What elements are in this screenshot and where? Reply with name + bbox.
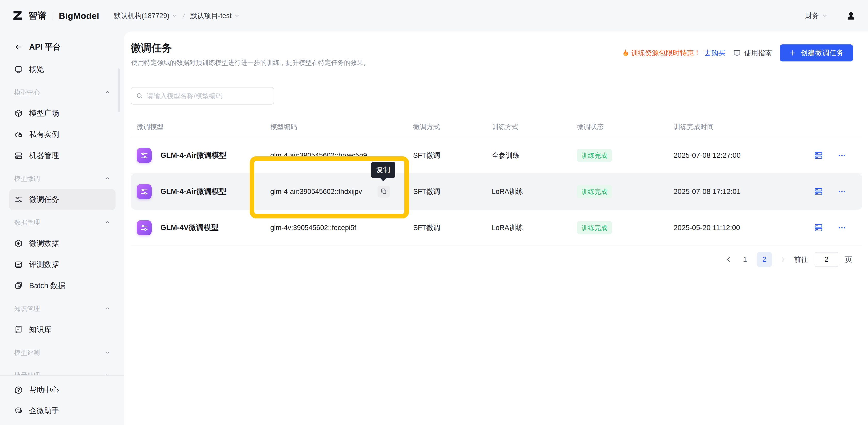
sidebar-scrollbar[interactable]	[118, 68, 120, 112]
deploy-button[interactable]	[814, 150, 824, 160]
sidebar-item[interactable]: 机器管理	[9, 145, 116, 166]
model-code: glm-4-air:390545602::fhdxijpv	[270, 188, 362, 195]
brand-name-zh: 智谱	[28, 10, 47, 22]
column-header: 训练完成时间	[674, 117, 714, 137]
create-finetune-task-label: 创建微调任务	[800, 48, 844, 58]
chevron-down-icon	[172, 13, 178, 19]
model-search-box	[131, 87, 274, 105]
sidebar-section-label: 模型评测	[14, 348, 40, 357]
sidebar-item-active[interactable]: 微调任务	[9, 189, 116, 210]
book-icon	[14, 325, 23, 334]
goto-page-input[interactable]	[815, 252, 838, 267]
monitor-icon	[14, 65, 23, 74]
more-actions-button[interactable]	[837, 223, 846, 232]
top-header: 智谱 BigModel 默认机构(187729) / 默认项目-test 财务	[0, 0, 868, 31]
model-code: glm-4-air:390545602::hrvec5g9	[270, 151, 367, 159]
training-promo[interactable]: 训练资源包限时特惠！ 去购买	[621, 48, 725, 58]
cube-icon	[14, 109, 23, 118]
training-method: 全参训练	[492, 151, 520, 160]
finish-time: 2025-07-08 12:27:00	[674, 151, 741, 160]
server-icon	[14, 151, 23, 160]
sidebar-section[interactable]: 模型中心	[14, 82, 111, 103]
sidebar-section[interactable]: 模型微调	[14, 168, 111, 189]
chevron-up-icon	[105, 89, 111, 95]
sidebar-item[interactable]: 评测数据	[9, 254, 116, 275]
sidebar-item[interactable]: Batch 数据	[9, 275, 116, 296]
ellipsis-icon	[837, 187, 846, 196]
sidebar-item-label: 帮助中心	[29, 385, 59, 395]
sidebar-section[interactable]: 批量处理	[14, 365, 111, 375]
finetune-method: SFT微调	[413, 187, 440, 196]
org-selector[interactable]: 默认机构(187729)	[114, 11, 178, 20]
status-cell: 训练完成	[577, 185, 612, 198]
table-row[interactable]: GLM-4V微调模型glm-4v:390545602::fecepi5fSFT微…	[131, 210, 862, 246]
column-header: 微调方式	[413, 117, 440, 137]
sidebar-item[interactable]: 私有实例	[9, 124, 116, 145]
finetune-method: SFT微调	[413, 151, 440, 160]
usage-guide-link[interactable]: 使用指南	[733, 48, 772, 58]
batch-icon	[14, 281, 23, 290]
page-title: 微调任务	[131, 41, 172, 55]
brand-logo[interactable]: 智谱 BigModel	[11, 9, 99, 23]
previous-page-button[interactable]	[724, 252, 733, 267]
chat-icon	[14, 406, 23, 415]
model-icon	[137, 220, 152, 235]
status-badge: 训练完成	[577, 185, 612, 198]
copy-button[interactable]	[377, 186, 390, 198]
next-page-button[interactable]	[778, 252, 787, 267]
more-actions-button[interactable]	[837, 151, 846, 160]
back-to-api-platform[interactable]: API 平台	[14, 35, 111, 59]
status-badge: 训练完成	[577, 149, 612, 162]
usage-guide-label: 使用指南	[744, 48, 772, 58]
model-icon	[137, 148, 152, 163]
sidebar-section[interactable]: 模型评测	[14, 342, 111, 363]
sidebar-section-label: 知识管理	[14, 305, 40, 313]
copy-tooltip: 复制	[371, 162, 395, 178]
sidebar-item-wecom-assistant[interactable]: 企微助手	[9, 400, 115, 421]
finish-time: 2025-05-20 11:12:00	[674, 224, 740, 232]
chevron-up-icon	[105, 176, 111, 181]
finetune-method: SFT微调	[413, 223, 440, 232]
org-selector-label: 默认机构(187729)	[114, 11, 169, 20]
back-label: API 平台	[29, 41, 61, 52]
page-unit-label: 页	[845, 255, 852, 264]
column-header: 模型编码	[270, 117, 297, 137]
buy-now-link[interactable]: 去购买	[704, 48, 725, 58]
sliders-icon	[14, 195, 23, 204]
project-selector[interactable]: 默认项目-test	[190, 11, 240, 20]
deploy-button[interactable]	[814, 187, 824, 197]
create-finetune-task-button[interactable]: 创建微调任务	[780, 45, 853, 61]
sidebar-section-label: 数据管理	[14, 218, 40, 227]
page-number-active[interactable]: 2	[757, 252, 772, 267]
finetune-task-table: 微调模型模型编码微调方式训练方式微调状态训练完成时间 GLM-4-Air微调模型…	[131, 117, 862, 246]
chartimg-icon	[14, 260, 23, 269]
page-subtitle: 使用特定领域的数据对预训练模型进行进一步的训练，提升模型在特定任务的效果。	[131, 58, 370, 67]
sidebar-item[interactable]: 概览	[9, 59, 116, 80]
sidebar-item-help-center[interactable]: 帮助中心	[9, 380, 115, 400]
chevron-up-icon	[105, 306, 111, 311]
more-actions-button[interactable]	[837, 187, 846, 196]
logo-divider	[53, 11, 53, 20]
table-row[interactable]: GLM-4-Air微调模型glm-4-air:390545602::hrvec5…	[131, 137, 862, 173]
search-input[interactable]	[147, 92, 269, 100]
model-name: GLM-4-Air微调模型	[160, 187, 226, 197]
sidebar-section[interactable]: 数据管理	[14, 212, 111, 233]
deploy-button[interactable]	[814, 223, 824, 233]
sidebar-section[interactable]: 知识管理	[14, 298, 111, 319]
chevron-down-icon	[105, 372, 111, 375]
column-header: 微调模型	[137, 117, 163, 137]
breadcrumb: 默认机构(187729) / 默认项目-test	[114, 11, 240, 20]
finance-menu[interactable]: 财务	[805, 11, 828, 20]
chevron-down-icon	[822, 13, 828, 19]
sidebar-item[interactable]: 模型广场	[9, 103, 116, 124]
sidebar-item-label: Batch 数据	[29, 281, 65, 291]
table-row[interactable]: GLM-4-Air微调模型glm-4-air:390545602::fhdxij…	[131, 173, 862, 210]
sidebar-item[interactable]: 知识库	[9, 319, 116, 340]
model-name: GLM-4-Air微调模型	[160, 150, 226, 161]
promo-text: 训练资源包限时特惠！	[631, 48, 701, 58]
user-avatar-icon[interactable]	[846, 10, 856, 21]
cloud-icon	[14, 130, 23, 139]
sidebar-item[interactable]: 微调数据	[9, 233, 116, 254]
page-number[interactable]: 1	[740, 252, 750, 267]
help-icon	[14, 386, 23, 395]
